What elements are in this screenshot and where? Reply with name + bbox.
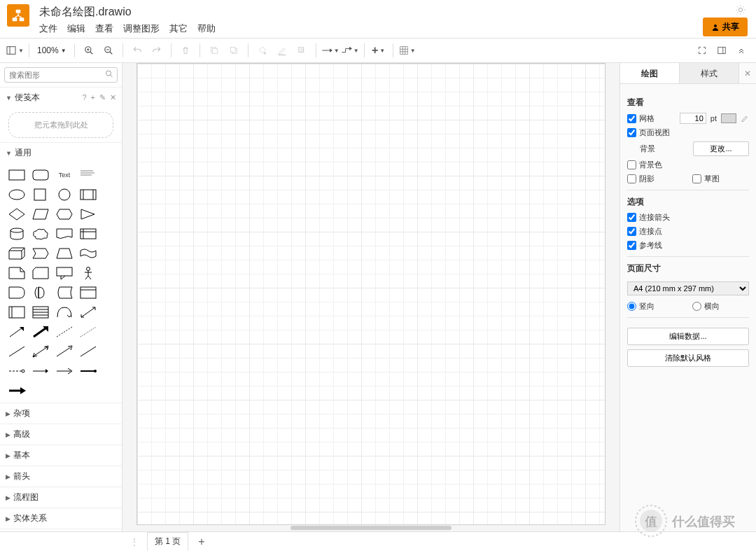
pageview-checkbox[interactable] [627,128,636,137]
tab-diagram[interactable]: 绘图 [620,63,680,83]
shape-trapezoid[interactable] [55,246,74,261]
grid-color-edit-icon[interactable] [741,114,749,123]
category-entity[interactable]: ▶实体关系 [0,508,122,529]
collapse-button[interactable] [732,41,750,60]
add-page-button[interactable]: + [192,533,210,551]
shadow-button[interactable] [293,41,311,60]
search-icon[interactable] [105,70,113,81]
bgcolor-checkbox-label[interactable]: 背景色 [627,160,749,170]
shape-rectangle[interactable] [7,167,27,183]
shape-connector4[interactable] [7,383,27,398]
shape-cloud[interactable] [31,226,50,242]
shape-note[interactable] [7,265,27,281]
shape-bidir-connector[interactable] [31,344,50,359]
shape-connector1[interactable] [31,363,50,379]
shape-connector3[interactable] [78,363,98,379]
shape-dashed-line[interactable] [55,324,74,340]
theme-toggle-icon[interactable] [735,4,746,15]
page-drag-handle-icon[interactable]: ⋮ [126,537,143,547]
line-color-button[interactable] [273,41,291,60]
shape-or[interactable] [7,285,27,300]
zoom-select[interactable]: 100%▼ [34,44,69,57]
shape-and[interactable] [31,285,50,300]
shape-line2[interactable] [78,344,98,359]
connect-arrows-label[interactable]: 连接箭头 [627,212,749,223]
scratchpad-close-icon[interactable]: ✕ [110,93,116,102]
guides-label[interactable]: 参考线 [627,240,749,251]
delete-button[interactable] [176,41,195,60]
shape-link[interactable] [7,363,27,379]
shape-dotted-line[interactable] [78,324,98,340]
shape-internal-storage[interactable] [78,226,98,242]
shape-cylinder[interactable] [7,226,27,242]
shape-callout[interactable] [55,265,74,281]
edit-data-button[interactable]: 编辑数据... [627,328,749,345]
shape-card[interactable] [31,265,50,281]
scratchpad-header[interactable]: ▼ 便笺本 ? + ✎ ✕ [0,88,122,108]
search-input[interactable] [4,67,118,83]
portrait-radio-label[interactable]: 竖向 [627,301,688,312]
shape-container2[interactable] [7,305,27,320]
undo-button[interactable] [128,41,146,60]
to-back-button[interactable] [225,41,243,60]
connect-arrows-checkbox[interactable] [627,213,636,222]
menu-edit[interactable]: 编辑 [67,22,85,35]
page-tab-1[interactable]: 第 1 页 [147,532,188,551]
shadow-checkbox-label[interactable]: 阴影 [627,174,688,184]
to-front-button[interactable] [205,41,223,60]
grid-size-input[interactable] [680,113,706,124]
insert-button[interactable]: +▼ [370,41,388,60]
fill-color-button[interactable] [253,41,272,60]
shape-list[interactable] [31,305,50,320]
shape-hexagon[interactable] [55,207,74,222]
connection-button[interactable]: ▼ [321,41,340,60]
menu-view[interactable]: 查看 [95,22,113,35]
shape-thick-arrow[interactable] [31,324,50,340]
zoom-out-button[interactable] [99,41,118,60]
grid-checkbox[interactable] [627,114,636,123]
shape-arrow[interactable] [7,324,27,340]
category-advanced[interactable]: ▶高级 [0,424,122,445]
shape-step[interactable] [31,246,50,261]
table-button[interactable]: ▼ [398,41,416,60]
shape-tape[interactable] [78,246,98,261]
waypoint-button[interactable]: ▼ [341,41,359,60]
document-title[interactable]: 未命名绘图.drawio [39,4,216,20]
clear-style-button[interactable]: 清除默认风格 [627,349,749,367]
menu-help[interactable]: 帮助 [197,22,216,35]
change-background-button[interactable]: 更改... [693,141,749,156]
category-uml[interactable]: ▶UML [0,529,122,531]
grid-checkbox-label[interactable]: 网格 [627,113,676,124]
pagesize-select[interactable]: A4 (210 mm x 297 mm) [627,281,749,295]
shape-container[interactable] [78,285,98,300]
canvas-page[interactable] [136,63,606,525]
shape-square[interactable] [31,187,50,202]
category-basic[interactable]: ▶基本 [0,445,122,466]
shape-connector2[interactable] [55,363,74,379]
scratchpad-edit-icon[interactable]: ✎ [99,93,106,102]
shape-textbox[interactable] [78,167,98,183]
shape-directional[interactable] [55,344,74,359]
sketch-checkbox[interactable] [692,174,701,183]
format-panel-button[interactable] [713,41,731,60]
menu-other[interactable]: 其它 [169,22,188,35]
canvas-area[interactable] [122,63,620,531]
category-flowchart[interactable]: ▶流程图 [0,487,122,508]
grid-color-swatch[interactable] [721,113,736,123]
shape-parallelogram[interactable] [31,207,50,222]
category-arrows[interactable]: ▶箭头 [0,466,122,487]
shape-ellipse[interactable] [7,187,27,202]
shape-data-storage[interactable] [55,285,74,300]
category-misc[interactable]: ▶杂项 [0,403,122,424]
shape-document[interactable] [55,226,74,242]
menu-adjust[interactable]: 调整图形 [123,22,160,35]
sketch-checkbox-label[interactable]: 草图 [692,174,749,184]
shape-actor[interactable] [78,265,98,281]
horizontal-scrollbar[interactable] [136,524,606,531]
fullscreen-button[interactable] [693,41,711,60]
share-button[interactable]: 共享 [703,18,748,36]
general-header[interactable]: ▼ 通用 [0,143,122,163]
shape-bidir-arrow[interactable] [78,305,98,320]
tab-style[interactable]: 样式 [680,63,739,83]
scratchpad-add-icon[interactable]: + [91,93,95,102]
